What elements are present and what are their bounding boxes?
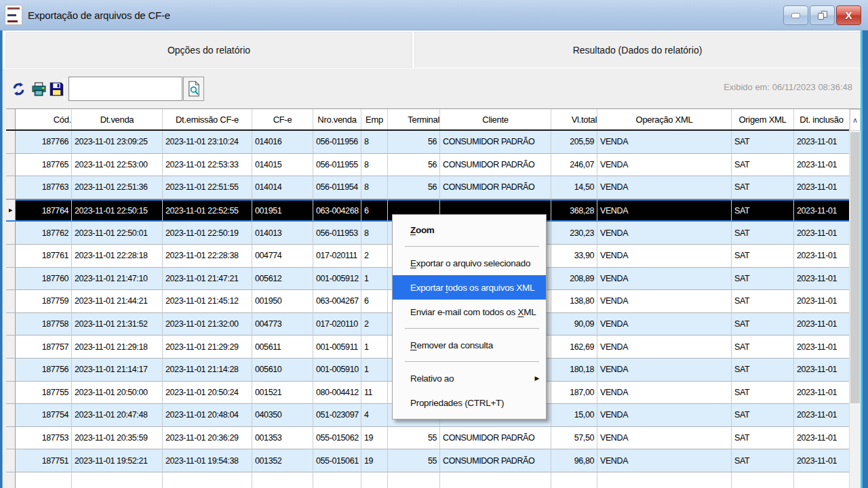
cell-nro_venda: 055-015062: [313, 427, 361, 450]
table-row[interactable]: 1877632023-11-01 22:51:362023-11-01 22:5…: [6, 176, 850, 199]
table-row[interactable]: 1877532023-11-01 20:35:592023-11-01 20:3…: [6, 427, 850, 450]
preview-document-icon: [187, 81, 201, 97]
cell-cod: 187764: [16, 199, 72, 222]
cell-operacao: VENDA: [597, 268, 732, 291]
cell-cfe: 005610: [252, 359, 313, 382]
cell-dt_inclusao: 2023-11-01: [794, 268, 850, 291]
cell-vl_total: 208,89: [551, 268, 597, 291]
cell-nro_venda: [313, 472, 361, 488]
cell-nro_venda: 080-004412: [313, 382, 361, 405]
menu-item-export-selected-file[interactable]: Exportar o arquivo selecionado: [393, 251, 546, 275]
cell-cod: 187753: [16, 427, 72, 450]
cell-terminal: [388, 472, 440, 488]
minimize-button[interactable]: [783, 5, 808, 25]
cell-dt_inclusao: 2023-11-01: [794, 176, 850, 199]
row-indicator: [6, 131, 16, 154]
cell-dt_venda: 2023-11-01 23:09:25: [72, 131, 163, 154]
menu-separator: [405, 246, 539, 247]
cell-origem: SAT: [732, 404, 794, 427]
header-cell-dt_inclusao[interactable]: Dt. inclusão: [794, 109, 850, 129]
cell-origem: SAT: [732, 382, 794, 405]
cell-cod: 187766: [16, 131, 72, 154]
tab-report-options[interactable]: Opções do relatório: [5, 32, 412, 68]
cell-operacao: VENDA: [597, 245, 732, 268]
cell-operacao: VENDA: [597, 382, 732, 405]
print-button[interactable]: [30, 77, 47, 100]
cell-dt_venda: 2023-11-01 20:50:00: [72, 382, 163, 405]
cell-origem: SAT: [732, 336, 794, 359]
table-row[interactable]: 1877512023-11-01 19:52:212023-11-01 19:5…: [6, 449, 850, 472]
menu-item-remove-from-query[interactable]: Remover da consulta: [393, 333, 546, 357]
cell-dt_venda: 2023-11-01 21:47:10: [72, 268, 163, 291]
cell-dt_emissao: 2023-11-01 21:47:21: [163, 268, 252, 291]
header-cell-vl_total[interactable]: Vl.total: [551, 109, 597, 129]
table-row[interactable]: 1877662023-11-01 23:09:252023-11-01 23:1…: [6, 131, 850, 154]
context-menu: ZoomExportar o arquivo selecionadoExport…: [392, 214, 547, 420]
cell-dt_venda: 2023-11-01 20:47:48: [72, 404, 163, 427]
tab-report-result[interactable]: Resultado (Dados do relatório): [414, 32, 861, 68]
header-cell-origem[interactable]: Origem XML: [732, 109, 794, 129]
save-button[interactable]: [47, 77, 65, 100]
cell-cod: 187762: [16, 222, 72, 245]
header-cell-nro_venda[interactable]: Nro.venda: [313, 109, 361, 129]
menu-item-label: Exportar todos os arquivos XML: [410, 283, 534, 293]
header-cell-cod[interactable]: Cód.: [16, 109, 72, 129]
cell-operacao: VENDA: [597, 154, 732, 177]
menu-item-send-email-with-all-xml[interactable]: Enviar e-mail com todos os XML: [393, 300, 546, 324]
header-cell-dt_venda[interactable]: Dt.venda: [72, 109, 163, 129]
scroll-up-button[interactable]: ∧: [850, 109, 861, 131]
cell-vl_total: 33,90: [551, 245, 597, 268]
restore-button[interactable]: [810, 5, 835, 25]
chevron-up-icon: ∧: [852, 116, 858, 125]
cell-dt_emissao: 2023-11-01 22:51:55: [163, 176, 252, 199]
cell-vl_total: 15,00: [551, 404, 597, 427]
cell-dt_emissao: 2023-11-01 22:50:19: [163, 222, 252, 245]
grid-header: Cód.Dt.vendaDt.emissão CF-eCF-eNro.venda…: [6, 109, 861, 131]
cell-operacao: VENDA: [597, 222, 732, 245]
header-cell-cliente[interactable]: Cliente: [440, 109, 551, 129]
menu-item-export-all-xml-files[interactable]: Exportar todos os arquivos XML: [393, 275, 546, 300]
cell-dt_venda: [72, 472, 163, 488]
cell-dt_venda: 2023-11-01 21:31:52: [72, 313, 163, 336]
header-cell-cfe[interactable]: CF-e: [252, 109, 313, 129]
row-indicator: [6, 427, 16, 450]
cell-dt_inclusao: 2023-11-01: [794, 154, 850, 177]
app-icon: [5, 5, 22, 25]
cell-origem: SAT: [732, 199, 794, 222]
header-cell-emp[interactable]: Emp: [361, 109, 388, 129]
filter-input[interactable]: [68, 77, 182, 101]
cell-dt_inclusao: 2023-11-01: [794, 131, 850, 154]
preview-report-button[interactable]: [183, 77, 204, 101]
header-cell-operacao[interactable]: Operação XML: [597, 109, 732, 129]
cell-cfe: 001950: [252, 290, 313, 313]
row-indicator: [6, 336, 16, 359]
cell-vl_total: 57,50: [551, 427, 597, 450]
cell-cfe: 001521: [252, 382, 313, 405]
cell-vl_total: 96,80: [551, 449, 597, 472]
cell-dt_inclusao: 2023-11-01: [794, 449, 850, 472]
cell-emp: 8: [361, 222, 388, 245]
menu-item-zoom[interactable]: Zoom: [393, 218, 546, 242]
table-row[interactable]: 1877652023-11-01 22:53:002023-11-01 22:5…: [6, 154, 850, 177]
cell-vl_total: 162,69: [551, 336, 597, 359]
cell-vl_total: 205,59: [551, 131, 597, 154]
cell-vl_total: 368,28: [551, 199, 597, 222]
header-cell-dt_emissao[interactable]: Dt.emissão CF-e: [163, 109, 252, 129]
cell-nro_venda: 051-023097: [313, 404, 361, 427]
close-button[interactable]: X: [836, 5, 861, 25]
cell-origem: SAT: [732, 359, 794, 382]
cell-emp: 2: [361, 245, 388, 268]
vertical-scrollbar[interactable]: ∧: [849, 109, 861, 488]
menu-item-label: Relativo ao: [410, 373, 454, 384]
menu-item-relative-to[interactable]: Relativo ao▶: [393, 366, 546, 390]
menu-item-properties[interactable]: Propriedades (CTRL+T): [393, 390, 546, 415]
cell-nro_venda: 063-004267: [313, 290, 361, 313]
cell-dt_emissao: 2023-11-01 22:53:33: [163, 154, 252, 177]
refresh-button[interactable]: [9, 77, 27, 100]
scrollbar-thumb[interactable]: [850, 132, 860, 403]
restore-icon: [818, 11, 827, 20]
row-indicator: ►: [6, 199, 16, 222]
cell-vl_total: 246,07: [551, 154, 597, 177]
table-row: [6, 472, 850, 488]
header-cell-terminal[interactable]: Terminal: [388, 109, 440, 129]
